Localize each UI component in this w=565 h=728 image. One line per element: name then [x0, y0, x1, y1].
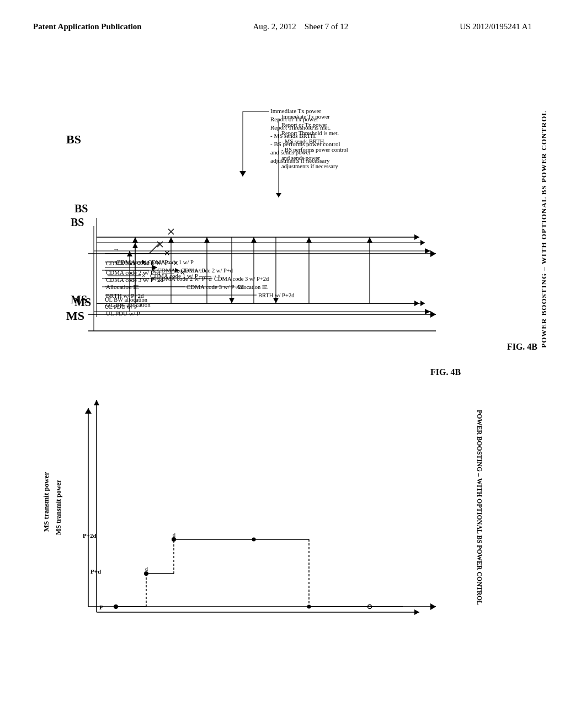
- svg-text:- BS performs power control: - BS performs power control: [281, 147, 348, 153]
- power-boosting-label: POWER BOOSTING – WITH OPTIONAL BS POWER …: [540, 110, 548, 348]
- svg-marker-56: [132, 237, 138, 243]
- svg-point-114: [252, 538, 256, 542]
- svg-text:P+d: P+d: [90, 568, 101, 575]
- svg-text:P: P: [99, 604, 103, 611]
- svg-text:Immediate Tx power: Immediate Tx power: [281, 114, 330, 120]
- svg-text:P+2d: P+2d: [83, 532, 97, 539]
- svg-marker-64: [142, 260, 146, 264]
- svg-marker-99: [414, 609, 419, 615]
- svg-marker-88: [276, 193, 281, 197]
- svg-marker-53: [414, 301, 419, 306]
- svg-text:adjustments if necessary: adjustments if necessary: [281, 163, 338, 169]
- svg-text:d: d: [173, 532, 175, 538]
- svg-marker-62: [204, 237, 210, 243]
- svg-marker-86: [367, 237, 372, 243]
- header-sheet: Sheet 7 of 12: [305, 22, 349, 31]
- svg-marker-58: [168, 237, 174, 243]
- header-publication-type: Patent Application Publication: [33, 22, 142, 31]
- svg-marker-67: [175, 268, 179, 272]
- svg-text:and sends power: and sends power: [281, 155, 320, 161]
- svg-text:Report Threshold is met.: Report Threshold is met.: [281, 130, 339, 136]
- svg-marker-97: [94, 400, 99, 405]
- ms-header: MS: [74, 296, 91, 308]
- power-boosting-title: POWER BOOSTING – WITH OPTIONAL BS POWER …: [476, 410, 483, 605]
- svg-text:MS transmit power: MS transmit power: [55, 479, 62, 535]
- fig-4b-label: FIG. 4B: [430, 367, 461, 377]
- diagram-svg: text { font-family: 'Times New Roman', T…: [44, 55, 497, 689]
- svg-marker-80: [273, 298, 279, 303]
- svg-text:Report or Tx power: Report or Tx power: [281, 122, 327, 128]
- header-date: Aug. 2, 2012: [253, 22, 296, 31]
- figure-label: FIG. 4B: [507, 342, 537, 352]
- svg-marker-72: [229, 298, 234, 303]
- svg-text:Allocation IE: Allocation IE: [236, 284, 268, 290]
- svg-marker-76: [251, 237, 257, 243]
- svg-text:CDMA code 2 w/ P+d: CDMA code 2 w/ P+d: [181, 267, 233, 274]
- svg-text:- MS sends BRTH.: - MS sends BRTH.: [281, 138, 326, 144]
- header-center: Aug. 2, 2012 Sheet 7 of 12: [253, 22, 348, 31]
- svg-text:UL BW allocation: UL BW allocation: [105, 297, 148, 303]
- svg-text:UL PDU w/ P: UL PDU w/ P: [105, 304, 137, 310]
- svg-marker-51: [414, 234, 419, 240]
- bs-header: BS: [74, 202, 88, 215]
- svg-text:CDMA code 3 w/ P+2d: CDMA code 3 w/ P+2d: [214, 276, 269, 282]
- svg-text:CDMA code 1 w/ P: CDMA code 1 w/ P: [148, 259, 194, 265]
- header-patent-number: US 2012/0195241 A1: [460, 22, 532, 31]
- svg-marker-83: [306, 237, 312, 243]
- svg-text:d: d: [145, 566, 148, 572]
- svg-text:BRTH w/ P+2d: BRTH w/ P+2d: [258, 292, 295, 298]
